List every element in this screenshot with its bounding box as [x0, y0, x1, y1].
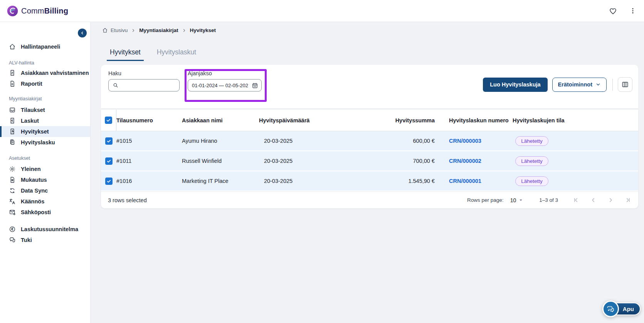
breadcrumb-item-hyvitykset: Hyvitykset: [190, 27, 216, 33]
credit-note-link[interactable]: CRN/000002: [449, 158, 481, 164]
chevron-down-icon: [595, 82, 601, 87]
row-checkbox[interactable]: [105, 178, 113, 185]
status-badge: Lähetetty: [515, 156, 548, 166]
prev-page-button[interactable]: [589, 196, 597, 204]
prev-page-icon: [590, 197, 597, 203]
sidebar-item-label: Laskutussuunnitelma: [21, 226, 78, 232]
sidebar-item-raportit[interactable]: Raportit: [0, 78, 90, 89]
sidebar-item-laskutussuunnitelma[interactable]: € Laskutussuunnitelma: [0, 224, 90, 235]
first-page-button[interactable]: [572, 196, 580, 204]
last-page-button[interactable]: [624, 196, 632, 204]
row-checkbox[interactable]: [105, 137, 113, 145]
more-menu-button[interactable]: [629, 7, 637, 15]
date-range-label: Ajanjakso: [188, 70, 262, 76]
help-button[interactable]: Apu: [602, 301, 641, 317]
vertical-divider: [612, 79, 613, 91]
batch-actions-button[interactable]: Erätoiminnot: [552, 78, 607, 92]
doc-star-icon: [9, 176, 16, 183]
breadcrumb-item-etusivu[interactable]: Etusivu: [111, 27, 128, 33]
status-badge: Lähetetty: [515, 176, 548, 186]
sidebar-item-label: Tuki: [21, 237, 32, 243]
sidebar: Hallintapaneeli ALV-hallinta Asiakkaan v…: [0, 22, 91, 323]
tab-hyvityslaskut[interactable]: Hyvityslaskut: [154, 48, 199, 61]
pagination: [572, 196, 632, 204]
sidebar-item-label: Laskut: [21, 118, 39, 124]
search-input[interactable]: [122, 83, 175, 88]
sidebar-item-label: Data Sync: [21, 188, 48, 194]
status-badge: Lähetetty: [515, 136, 548, 146]
svg-text:€: €: [11, 119, 13, 122]
brand-logo[interactable]: CommBilling: [7, 5, 68, 17]
breadcrumb: Etusivu Myyntiasiakirjat Hyvitykset: [101, 27, 638, 33]
sidebar-item-label: Mukautus: [21, 177, 47, 183]
translate-icon: [9, 198, 16, 205]
sidebar-item-label: Hyvitykset: [21, 129, 49, 135]
header-hyvityssumma: Hyvityssumma: [298, 117, 435, 123]
sidebar-item-hyvitykset[interactable]: Hyvitykset: [0, 126, 90, 137]
header-tilausnumero: Tilausnumero: [116, 117, 182, 123]
cell-credit-amount: 600,00 €: [298, 138, 435, 144]
table-row[interactable]: #1015 Ayumu Hirano 20-03-2025 600,00 € C…: [101, 131, 638, 151]
home-icon: [9, 43, 16, 50]
inbox-icon: [9, 107, 16, 113]
dropdown-arrow-icon: [519, 198, 523, 202]
cell-order-number: #1011: [116, 158, 182, 164]
rows-per-page-select[interactable]: 10: [510, 197, 523, 203]
sidebar-item-mukautus[interactable]: Mukautus: [0, 174, 90, 185]
sidebar-section-alv-hallinta: ALV-hallinta: [0, 60, 90, 66]
sidebar-item-asiakkaan-vahvistaminen[interactable]: Asiakkaan vahvistaminen: [0, 68, 90, 78]
copy-icon: [9, 139, 16, 146]
sidebar-item-label: Hallintapaneeli: [21, 44, 60, 50]
sidebar-item-hallintapaneeli[interactable]: Hallintapaneeli: [0, 41, 90, 52]
sidebar-item-sahkoposti[interactable]: Sähköposti: [0, 207, 90, 218]
calendar-icon[interactable]: [252, 82, 258, 89]
sidebar-item-tilaukset[interactable]: Tilaukset: [0, 105, 90, 115]
select-all-checkbox[interactable]: [105, 117, 112, 124]
date-range-input-box[interactable]: [188, 79, 262, 91]
next-page-button[interactable]: [607, 196, 615, 204]
app-window: CommBilling: [0, 0, 644, 323]
table-row[interactable]: #1011 Russell Winfield 20-03-2025 700,00…: [101, 151, 638, 171]
gear-icon: [9, 166, 16, 172]
sidebar-section-asetukset: Asetukset: [0, 155, 90, 161]
create-credit-invoices-button[interactable]: Luo Hyvityslaskuja: [483, 78, 547, 92]
credit-note-link[interactable]: CRN/000001: [449, 178, 481, 184]
sidebar-item-label: Käännös: [21, 198, 44, 205]
credit-note-link[interactable]: CRN/000003: [449, 138, 481, 144]
sidebar-item-label: Sähköposti: [21, 209, 51, 215]
sidebar-item-tuki[interactable]: Tuki: [0, 235, 90, 245]
chevron-right-icon: [131, 28, 136, 33]
breadcrumb-home-icon[interactable]: [102, 27, 108, 33]
header-hyvityslaskujen-tila: Hyvityslaskujen tila: [513, 117, 551, 123]
cell-credit-amount: 1.545,90 €: [298, 178, 435, 184]
cell-customer-name: Ayumu Hirano: [182, 138, 259, 144]
column-settings-button[interactable]: [618, 77, 632, 92]
batch-actions-label: Erätoiminnot: [558, 81, 592, 88]
sidebar-item-yleinen[interactable]: Yleinen: [0, 164, 90, 174]
invoice-euro-icon: €: [9, 117, 16, 124]
sidebar-item-laskut[interactable]: € Laskut: [0, 115, 90, 126]
page-range: 1–3 of 3: [539, 197, 558, 203]
sidebar-collapse-button[interactable]: [78, 29, 87, 37]
rows-per-page-label: Rows per page:: [467, 197, 504, 203]
rows-per-page-value: 10: [510, 197, 516, 203]
cell-order-number: #1016: [116, 178, 182, 184]
filter-toolbar: Haku Ajanjakso Luo: [101, 65, 638, 108]
breadcrumb-item-myyntiasiakirjat[interactable]: Myyntiasiakirjat: [139, 27, 178, 33]
table-row[interactable]: #1016 Marketing IT Place 20-03-2025 1.54…: [101, 171, 638, 191]
document-icon: [9, 80, 16, 87]
sidebar-item-data-sync[interactable]: Data Sync: [0, 185, 90, 196]
favorites-button[interactable]: [608, 6, 618, 16]
heart-icon: [609, 7, 617, 15]
header-asiakkaan-nimi: Asiakkaan nimi: [182, 117, 259, 123]
sidebar-item-label: Raportit: [21, 81, 42, 87]
sidebar-item-hyvityslasku[interactable]: Hyvityslasku: [0, 137, 90, 148]
sidebar-item-kaannos[interactable]: Käännös: [0, 196, 90, 207]
cell-credit-amount: 700,00 €: [298, 158, 435, 164]
date-range-input[interactable]: [192, 83, 249, 88]
tab-hyvitykset[interactable]: Hyvitykset: [107, 48, 144, 61]
mail-icon: [9, 209, 16, 216]
chat-icon: [9, 237, 16, 244]
row-checkbox[interactable]: [105, 157, 113, 165]
credits-table: Tilausnumero Asiakkaan nimi Hyvityspäivä…: [101, 110, 638, 208]
